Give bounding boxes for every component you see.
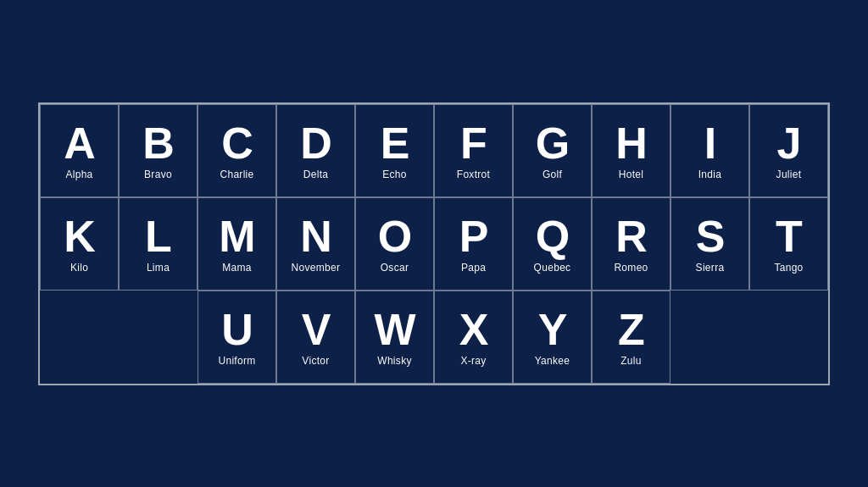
name-c: Charlie: [220, 169, 253, 180]
letter-m: M: [219, 214, 254, 258]
name-m: Mama: [222, 262, 252, 274]
letter-s: S: [696, 214, 725, 258]
letter-b: B: [142, 121, 174, 165]
cell-s: S Sierra: [670, 197, 749, 291]
name-n: November: [292, 262, 341, 274]
name-s: Sierra: [696, 262, 725, 274]
cell-r: R Romeo: [592, 197, 670, 291]
empty-3: [670, 291, 749, 384]
letter-t: T: [776, 214, 802, 258]
name-y: Yankee: [535, 355, 570, 367]
cell-m: M Mama: [198, 197, 276, 291]
letter-v: V: [302, 307, 331, 351]
letter-j: J: [777, 121, 801, 165]
cell-i: I India: [670, 104, 749, 197]
letter-z: Z: [618, 307, 644, 351]
cell-c: C Charlie: [198, 104, 276, 197]
name-x: X-ray: [460, 355, 486, 367]
letter-w: W: [374, 307, 415, 351]
name-g: Golf: [542, 169, 562, 180]
empty-2: [119, 291, 198, 384]
letter-c: C: [221, 121, 253, 165]
name-w: Whisky: [377, 355, 411, 367]
row-1: A Alpha B Bravo C Charlie D Delta E Echo…: [40, 104, 828, 197]
letter-a: A: [64, 121, 95, 165]
cell-t: T Tango: [749, 197, 828, 291]
cell-f: F Foxtrot: [434, 104, 513, 197]
cell-h: H Hotel: [592, 104, 670, 197]
cell-v: V Victor: [276, 291, 355, 384]
cell-k: K Kilo: [40, 197, 119, 291]
letter-p: P: [459, 214, 488, 258]
cell-z: Z Zulu: [592, 291, 670, 384]
letter-d: D: [300, 121, 331, 165]
name-z: Zulu: [620, 355, 642, 367]
name-h: Hotel: [619, 169, 644, 180]
letter-n: N: [300, 214, 331, 258]
name-d: Delta: [303, 169, 329, 180]
row-2: K Kilo L Lima M Mama N November O Oscar …: [40, 197, 828, 291]
letter-e: E: [381, 121, 409, 165]
cell-j: J Juliet: [749, 104, 828, 197]
name-j: Juliet: [776, 169, 802, 180]
name-l: Lima: [147, 262, 170, 274]
letter-i: I: [704, 121, 715, 165]
cell-w: W Whisky: [355, 291, 434, 384]
cell-e: E Echo: [355, 104, 434, 197]
row-3: U Uniform V Victor W Whisky X X-ray Y Ya…: [40, 291, 828, 384]
name-b: Bravo: [144, 169, 172, 180]
cell-a: A Alpha: [40, 104, 119, 197]
name-t: Tango: [774, 262, 803, 274]
cell-l: L Lima: [119, 197, 198, 291]
letter-r: R: [615, 214, 647, 258]
cell-x: X X-ray: [434, 291, 513, 384]
letter-x: X: [459, 307, 488, 351]
cell-n: N November: [276, 197, 355, 291]
letter-h: H: [615, 121, 647, 165]
name-a: Alpha: [65, 169, 92, 180]
cell-u: U Uniform: [198, 291, 276, 384]
cell-o: O Oscar: [355, 197, 434, 291]
letter-l: L: [145, 214, 171, 258]
name-v: Victor: [302, 355, 329, 367]
letter-k: K: [64, 214, 95, 258]
name-e: Echo: [382, 169, 407, 180]
empty-1: [40, 291, 119, 384]
name-u: Uniform: [218, 355, 255, 367]
name-q: Quebec: [534, 262, 571, 274]
letter-o: O: [378, 214, 411, 258]
letter-q: Q: [536, 214, 569, 258]
nato-alphabet-grid: A Alpha B Bravo C Charlie D Delta E Echo…: [38, 102, 830, 385]
name-p: Papa: [461, 262, 486, 274]
cell-q: Q Quebec: [513, 197, 592, 291]
letter-f: F: [460, 121, 487, 165]
letter-u: U: [221, 307, 253, 351]
name-r: Romeo: [614, 262, 648, 274]
cell-d: D Delta: [276, 104, 355, 197]
name-f: Foxtrot: [457, 169, 490, 180]
empty-4: [749, 291, 828, 384]
cell-g: G Golf: [513, 104, 592, 197]
name-o: Oscar: [381, 262, 409, 274]
name-k: Kilo: [70, 262, 88, 274]
letter-g: G: [536, 121, 569, 165]
name-i: India: [698, 169, 722, 180]
cell-b: B Bravo: [119, 104, 198, 197]
cell-y: Y Yankee: [513, 291, 592, 384]
letter-y: Y: [538, 307, 567, 351]
cell-p: P Papa: [434, 197, 513, 291]
